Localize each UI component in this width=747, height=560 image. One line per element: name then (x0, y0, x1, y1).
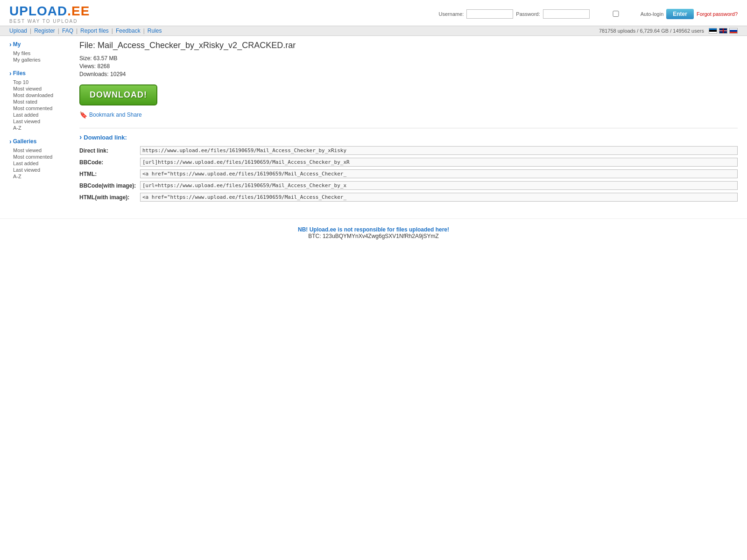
download-button-label[interactable]: DOWNLOAD! (79, 84, 157, 105)
nav-rules[interactable]: Rules (148, 28, 162, 34)
link-row-4: HTML(with image): (79, 193, 738, 202)
flag-en[interactable] (719, 28, 727, 34)
nav-sep-1: | (30, 28, 31, 34)
auto-login-area: Auto-login (592, 11, 664, 17)
nav-report-files[interactable]: Report files (80, 28, 109, 34)
sidebar-files-most-rated[interactable]: Most rated (13, 98, 75, 105)
size-label: Size: (79, 55, 92, 62)
link-input-2[interactable] (140, 169, 738, 178)
nav-feedback[interactable]: Feedback (116, 28, 141, 34)
size-value: 63.57 MB (93, 55, 117, 62)
password-label: Password: (516, 11, 540, 17)
nav-faq[interactable]: FAQ (62, 28, 73, 34)
link-row-2: HTML: (79, 169, 738, 178)
enter-button[interactable]: Enter (666, 9, 694, 19)
sidebar-galleries-most-viewed[interactable]: Most viewed (13, 147, 75, 154)
sidebar-my-my-galleries[interactable]: My galleries (13, 56, 75, 63)
link-row-3: BBCode(with image): (79, 181, 738, 190)
link-rows: Direct link:BBCode:HTML:BBCode(with imag… (79, 146, 738, 202)
download-link-header[interactable]: Download link: (79, 133, 738, 141)
link-label-2: HTML: (79, 171, 140, 177)
sidebar-galleries-section: Galleries Most viewedMost commentedLast … (9, 138, 75, 180)
sidebar-galleries-most-commented[interactable]: Most commented (13, 154, 75, 160)
password-input[interactable] (543, 9, 590, 19)
footer-btc: BTC: 123uBQYMYnXv4Zwg6gSXV1NfRh2A9jSYmZ (7, 233, 740, 239)
sidebar-files-title[interactable]: Files (9, 70, 75, 77)
sidebar-galleries-last-viewed[interactable]: Last viewed (13, 167, 75, 173)
site-stats: 781758 uploads / 6,729.64 GB / 149562 us… (599, 28, 738, 34)
link-label-3: BBCode(with image): (79, 182, 140, 189)
language-flags (709, 28, 738, 34)
file-title-prefix: File: (79, 41, 98, 50)
sidebar-galleries-a-z[interactable]: A-Z (13, 173, 75, 180)
link-label-4: HTML(with image): (79, 194, 140, 201)
nav-sep-5: | (143, 28, 145, 34)
stats-text: 781758 uploads / 6,729.64 GB / 149562 us… (599, 28, 704, 34)
forgot-password-link[interactable]: Forgot password? (697, 11, 738, 17)
content-area: File: Mail_Access_Checker_by_xRisky_v2_C… (79, 41, 738, 204)
sidebar-galleries-list: Most viewedMost commentedLast addedLast … (9, 147, 75, 180)
sidebar-files-last-viewed[interactable]: Last viewed (13, 118, 75, 125)
file-title: File: Mail_Access_Checker_by_xRisky_v2_C… (79, 41, 738, 50)
link-row-1: BBCode: (79, 158, 738, 167)
sidebar-my-list: My filesMy galleries (9, 50, 75, 63)
sidebar-files-most-viewed[interactable]: Most viewed (13, 85, 75, 92)
nav-sep-4: | (112, 28, 113, 34)
logo-tagline: BEST WAY TO UPLOAD (9, 19, 90, 24)
flag-ru[interactable] (729, 28, 738, 34)
nav-sep-3: | (76, 28, 78, 34)
login-area: Username: Password: Auto-login Enter For… (439, 9, 738, 19)
nav-sep-2: | (58, 28, 59, 34)
flag-et[interactable] (709, 28, 717, 34)
username-label: Username: (439, 11, 464, 17)
nav-upload[interactable]: Upload (9, 28, 27, 34)
file-downloads: Downloads: 10294 (79, 71, 738, 77)
file-size: Size: 63.57 MB (79, 55, 738, 62)
sidebar-files-list: Top 10Most viewedMost downloadedMost rat… (9, 79, 75, 131)
link-label-1: BBCode: (79, 159, 140, 166)
downloads-value: 10294 (110, 71, 126, 77)
bookmark-share[interactable]: Bookmark and Share (79, 111, 738, 119)
auto-login-label: Auto-login (641, 11, 664, 17)
logo: UPLOAD.EE BEST WAY TO UPLOAD (9, 4, 90, 24)
nav-register[interactable]: Register (34, 28, 55, 34)
sidebar-my-my-files[interactable]: My files (13, 50, 75, 56)
link-input-0[interactable] (140, 146, 738, 155)
sidebar: My My filesMy galleries Files Top 10Most… (9, 41, 75, 204)
views-value: 8268 (97, 63, 110, 70)
file-views: Views: 8268 (79, 63, 738, 70)
sidebar-galleries-last-added[interactable]: Last added (13, 160, 75, 167)
link-input-1[interactable] (140, 158, 738, 167)
auto-login-checkbox[interactable] (592, 11, 639, 17)
nav-links: Upload | Register | FAQ | Report files |… (9, 28, 162, 34)
sidebar-galleries-title[interactable]: Galleries (9, 138, 75, 145)
download-button[interactable]: DOWNLOAD! (79, 84, 157, 105)
footer: NB! Upload.ee is not responsible for fil… (0, 218, 747, 247)
download-link-section: Download link: Direct link:BBCode:HTML:B… (79, 128, 738, 202)
footer-warning: NB! Upload.ee is not responsible for fil… (7, 226, 740, 233)
link-input-3[interactable] (140, 181, 738, 190)
sidebar-files-most-commented[interactable]: Most commented (13, 105, 75, 112)
sidebar-files-most-downloaded[interactable]: Most downloaded (13, 92, 75, 98)
link-row-0: Direct link: (79, 146, 738, 155)
sidebar-my-title[interactable]: My (9, 41, 75, 48)
file-filename: Mail_Access_Checker_by_xRisky_v2_CRACKED… (98, 41, 296, 50)
sidebar-files-a-z[interactable]: A-Z (13, 125, 75, 131)
sidebar-files-top-10[interactable]: Top 10 (13, 79, 75, 85)
logo-text: UPLOAD.EE (9, 4, 90, 19)
sidebar-files-section: Files Top 10Most viewedMost downloadedMo… (9, 70, 75, 131)
downloads-label: Downloads: (79, 71, 109, 77)
sidebar-files-last-added[interactable]: Last added (13, 112, 75, 118)
views-label: Views: (79, 63, 96, 70)
sidebar-my-section: My My filesMy galleries (9, 41, 75, 63)
link-input-4[interactable] (140, 193, 738, 202)
username-input[interactable] (466, 9, 513, 19)
link-label-0: Direct link: (79, 147, 140, 154)
